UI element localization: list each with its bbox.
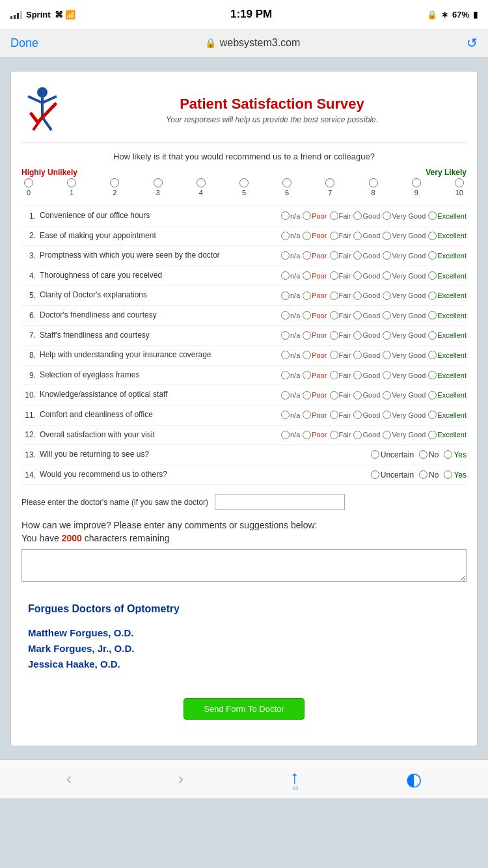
nps-2[interactable]: 2 <box>110 178 119 197</box>
option-poor[interactable]: Poor <box>303 371 327 379</box>
done-button[interactable]: Done <box>10 36 38 50</box>
option-verygood[interactable]: Very Good <box>383 391 426 400</box>
option-verygood[interactable]: Very Good <box>383 371 426 379</box>
option-excellent[interactable]: Excellent <box>428 311 467 319</box>
share-button[interactable]: ↑▭ <box>290 767 299 791</box>
option-good[interactable]: Good <box>353 311 380 319</box>
option-excellent[interactable]: Excellent <box>428 232 467 240</box>
option-poor[interactable]: Poor <box>303 292 327 300</box>
option-excellent[interactable]: Excellent <box>428 371 467 379</box>
option-na[interactable]: n/a <box>281 431 300 439</box>
option-verygood[interactable]: Very Good <box>383 331 426 340</box>
option-na[interactable]: n/a <box>281 391 300 400</box>
option-verygood[interactable]: Very Good <box>383 271 426 280</box>
nps-8[interactable]: 8 <box>369 178 378 197</box>
option-na[interactable]: n/a <box>281 292 300 300</box>
option-excellent[interactable]: Excellent <box>428 331 467 340</box>
option-good[interactable]: Good <box>353 371 380 379</box>
nps-0[interactable]: 0 <box>24 178 33 197</box>
q14-yes[interactable]: Yes <box>444 470 467 480</box>
option-fair[interactable]: Fair <box>330 411 351 419</box>
option-good[interactable]: Good <box>353 271 380 280</box>
comments-textarea[interactable] <box>21 549 467 582</box>
option-good[interactable]: Good <box>353 211 380 220</box>
option-poor[interactable]: Poor <box>303 311 327 319</box>
option-fair[interactable]: Fair <box>330 351 351 359</box>
refresh-icon[interactable]: ↺ <box>467 35 478 51</box>
option-poor[interactable]: Poor <box>303 331 327 340</box>
option-verygood[interactable]: Very Good <box>383 311 426 319</box>
option-verygood[interactable]: Very Good <box>383 351 426 359</box>
option-poor[interactable]: Poor <box>303 251 327 260</box>
option-na[interactable]: n/a <box>281 232 300 240</box>
q13-no[interactable]: No <box>419 450 439 459</box>
option-poor[interactable]: Poor <box>303 271 327 280</box>
option-fair[interactable]: Fair <box>330 211 351 220</box>
option-excellent[interactable]: Excellent <box>428 271 467 280</box>
nps-1[interactable]: 1 <box>67 178 76 197</box>
option-good[interactable]: Good <box>353 351 380 359</box>
nps-6[interactable]: 6 <box>282 178 291 197</box>
option-fair[interactable]: Fair <box>330 271 351 280</box>
option-good[interactable]: Good <box>353 292 380 300</box>
option-fair[interactable]: Fair <box>330 331 351 340</box>
nps-4[interactable]: 4 <box>197 178 206 197</box>
option-na[interactable]: n/a <box>281 411 300 419</box>
url-bar[interactable]: 🔒 websystem3.com <box>205 37 301 49</box>
option-poor[interactable]: Poor <box>303 351 327 359</box>
question-10-num: 10. <box>21 390 36 400</box>
forward-button[interactable]: › <box>178 770 183 788</box>
option-excellent[interactable]: Excellent <box>428 251 467 260</box>
option-good[interactable]: Good <box>353 411 380 419</box>
compass-button[interactable]: ◐ <box>406 768 422 790</box>
option-verygood[interactable]: Very Good <box>383 251 426 260</box>
q13-uncertain[interactable]: Uncertain <box>371 450 414 459</box>
option-verygood[interactable]: Very Good <box>383 411 426 419</box>
nps-7[interactable]: 7 <box>325 178 334 197</box>
q14-no[interactable]: No <box>419 470 439 480</box>
nps-5[interactable]: 5 <box>239 178 249 197</box>
option-poor[interactable]: Poor <box>303 411 327 419</box>
q14-uncertain[interactable]: Uncertain <box>371 470 414 480</box>
option-excellent[interactable]: Excellent <box>428 431 467 439</box>
option-na[interactable]: n/a <box>281 351 300 359</box>
option-fair[interactable]: Fair <box>330 311 351 319</box>
option-good[interactable]: Good <box>353 391 380 400</box>
option-good[interactable]: Good <box>353 331 380 340</box>
nps-9[interactable]: 9 <box>412 178 421 197</box>
option-verygood[interactable]: Very Good <box>383 431 426 439</box>
option-fair[interactable]: Fair <box>330 431 351 439</box>
option-fair[interactable]: Fair <box>330 292 351 300</box>
option-excellent[interactable]: Excellent <box>428 292 467 300</box>
option-excellent[interactable]: Excellent <box>428 351 467 359</box>
option-poor[interactable]: Poor <box>303 431 327 439</box>
option-poor[interactable]: Poor <box>303 391 327 400</box>
nps-3[interactable]: 3 <box>154 178 163 197</box>
option-verygood[interactable]: Very Good <box>383 292 426 300</box>
option-good[interactable]: Good <box>353 251 380 260</box>
option-poor[interactable]: Poor <box>303 232 327 240</box>
option-fair[interactable]: Fair <box>330 371 351 379</box>
option-na[interactable]: n/a <box>281 211 300 220</box>
doctor-name-input[interactable] <box>215 494 345 510</box>
option-good[interactable]: Good <box>353 431 380 439</box>
option-na[interactable]: n/a <box>281 371 300 379</box>
option-fair[interactable]: Fair <box>330 251 351 260</box>
submit-button[interactable]: Send Form To Doctor <box>183 698 304 720</box>
option-excellent[interactable]: Excellent <box>428 411 467 419</box>
option-excellent[interactable]: Excellent <box>428 391 467 400</box>
q13-yes[interactable]: Yes <box>444 450 467 459</box>
option-good[interactable]: Good <box>353 232 380 240</box>
option-fair[interactable]: Fair <box>330 391 351 400</box>
back-button[interactable]: ‹ <box>66 770 72 788</box>
nps-10[interactable]: 10 <box>455 178 464 197</box>
option-na[interactable]: n/a <box>281 311 300 319</box>
option-fair[interactable]: Fair <box>330 232 351 240</box>
option-verygood[interactable]: Very Good <box>383 211 426 220</box>
option-excellent[interactable]: Excellent <box>428 211 467 220</box>
option-na[interactable]: n/a <box>281 271 300 280</box>
option-na[interactable]: n/a <box>281 251 300 260</box>
option-poor[interactable]: Poor <box>303 211 327 220</box>
option-verygood[interactable]: Very Good <box>383 232 426 240</box>
option-na[interactable]: n/a <box>281 331 300 340</box>
